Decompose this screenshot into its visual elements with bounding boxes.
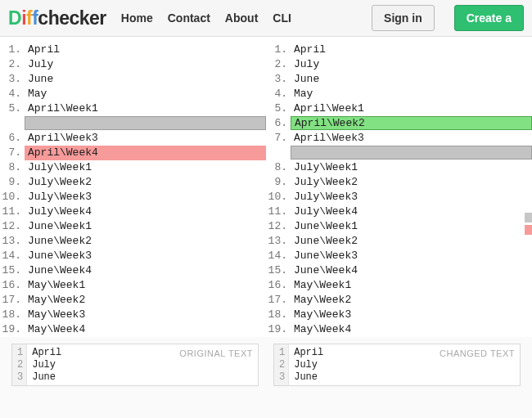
logo[interactable]: Diffchecker <box>8 7 106 29</box>
diff-line[interactable]: 3.June <box>266 72 532 87</box>
line-number: 13. <box>266 234 291 249</box>
diff-line[interactable]: 13.June\Week2 <box>266 234 532 249</box>
diff-line[interactable]: 3.June <box>0 72 266 87</box>
line-number: 1. <box>0 43 25 57</box>
diff-line[interactable]: 7.April\Week3 <box>266 131 532 146</box>
diff-line[interactable]: 7.April\Week4 <box>0 146 266 160</box>
diff-line[interactable]: 9.July\Week2 <box>266 175 532 190</box>
diff-line[interactable]: 9.July\Week2 <box>0 175 266 190</box>
line-number: 6. <box>0 131 25 146</box>
line-number: 11. <box>266 205 291 219</box>
line-number: 12. <box>0 219 25 234</box>
diff-line[interactable] <box>0 116 266 131</box>
diff-line[interactable]: 1.April <box>0 43 266 57</box>
diff-line[interactable]: 15.June\Week4 <box>266 263 532 278</box>
original-textarea[interactable]: 123 AprilJulyJune ORIGINAL TEXT <box>11 344 259 386</box>
line-text: April <box>291 43 532 57</box>
diff-line[interactable]: 12.June\Week1 <box>0 219 266 234</box>
line-text: July\Week2 <box>291 175 532 190</box>
changed-pane[interactable]: 1.April2.July3.June4.May5.April\Week16.A… <box>266 43 532 337</box>
changed-textarea[interactable]: 123 AprilJulyJune CHANGED TEXT <box>273 344 521 386</box>
line-text: June\Week4 <box>25 263 266 278</box>
nav-contact[interactable]: Contact <box>168 11 210 25</box>
diff-line[interactable]: 15.June\Week4 <box>0 263 266 278</box>
line-text: July\Week2 <box>25 175 266 190</box>
line-text: July\Week1 <box>25 160 266 175</box>
header-bar: Diffchecker Home Contact About CLI Sign … <box>0 0 532 37</box>
nav-about[interactable]: About <box>225 11 258 25</box>
diff-line[interactable]: 2.July <box>266 57 532 72</box>
diff-line[interactable]: 10.July\Week3 <box>266 190 532 205</box>
line-text: April\Week4 <box>25 146 266 160</box>
line-text: April\Week3 <box>25 131 266 146</box>
diff-line[interactable]: 16.May\Week1 <box>0 278 266 293</box>
line-number: 10. <box>0 190 25 205</box>
original-content[interactable]: AprilJulyJune <box>27 344 66 385</box>
diff-line[interactable]: 6.April\Week2 <box>266 116 532 131</box>
line-text: June\Week3 <box>25 249 266 263</box>
diff-line[interactable]: 19.May\Week4 <box>0 322 266 337</box>
changed-label: CHANGED TEXT <box>440 348 515 358</box>
diff-line[interactable]: 18.May\Week3 <box>0 308 266 322</box>
line-number: 10. <box>266 190 291 205</box>
line-number: 2. <box>0 57 25 72</box>
sign-in-button[interactable]: Sign in <box>372 5 435 31</box>
line-number: 8. <box>266 160 291 175</box>
input-area: 123 AprilJulyJune ORIGINAL TEXT 123 Apri… <box>0 337 532 386</box>
diff-line[interactable]: 13.June\Week2 <box>0 234 266 249</box>
diff-line[interactable]: 11.July\Week4 <box>266 205 532 219</box>
diff-line[interactable]: 17.May\Week2 <box>266 293 532 308</box>
diff-line[interactable]: 1.April <box>266 43 532 57</box>
diff-line[interactable]: 16.May\Week1 <box>266 278 532 293</box>
line-text: June <box>291 72 532 87</box>
line-number <box>266 146 291 160</box>
line-number: 18. <box>266 308 291 322</box>
line-text: June\Week1 <box>25 219 266 234</box>
diff-line[interactable]: 8.July\Week1 <box>266 160 532 175</box>
line-number: 16. <box>0 278 25 293</box>
line-text: May\Week4 <box>25 322 266 337</box>
original-pane[interactable]: 1.April2.July3.June4.May5.April\Week16.A… <box>0 43 266 337</box>
line-number: 2. <box>266 57 291 72</box>
nav-home[interactable]: Home <box>121 11 153 25</box>
diff-line[interactable]: 5.April\Week1 <box>266 101 532 116</box>
diff-line[interactable] <box>266 146 532 160</box>
line-text: May\Week1 <box>291 278 532 293</box>
line-text: June\Week2 <box>291 234 532 249</box>
diff-line[interactable]: 17.May\Week2 <box>0 293 266 308</box>
original-label: ORIGINAL TEXT <box>179 348 253 358</box>
diff-line[interactable]: 4.May <box>0 87 266 101</box>
line-number: 19. <box>0 322 25 337</box>
create-button[interactable]: Create a <box>454 5 524 31</box>
line-text: May\Week1 <box>25 278 266 293</box>
line-number: 15. <box>0 263 25 278</box>
nav-cli[interactable]: CLI <box>273 11 291 25</box>
diff-line[interactable]: 4.May <box>266 87 532 101</box>
line-text: May\Week3 <box>291 308 532 322</box>
diff-line[interactable]: 8.July\Week1 <box>0 160 266 175</box>
line-text: May\Week3 <box>25 308 266 322</box>
original-gutter: 123 <box>12 344 27 385</box>
line-text: July\Week3 <box>291 190 532 205</box>
diff-line[interactable]: 14.June\Week3 <box>266 249 532 263</box>
line-number: 9. <box>266 175 291 190</box>
line-number: 4. <box>266 87 291 101</box>
diff-line[interactable]: 12.June\Week1 <box>266 219 532 234</box>
diff-line[interactable]: 11.July\Week4 <box>0 205 266 219</box>
diff-line[interactable]: 5.April\Week1 <box>0 101 266 116</box>
line-number: 5. <box>266 101 291 116</box>
diff-line[interactable]: 19.May\Week4 <box>266 322 532 337</box>
changed-content[interactable]: AprilJulyJune <box>289 344 328 385</box>
diff-line[interactable]: 10.July\Week3 <box>0 190 266 205</box>
line-text: June\Week2 <box>25 234 266 249</box>
line-number: 13. <box>0 234 25 249</box>
line-text: July\Week3 <box>25 190 266 205</box>
line-text <box>25 116 266 130</box>
diff-line[interactable]: 18.May\Week3 <box>266 308 532 322</box>
diff-line[interactable]: 6.April\Week3 <box>0 131 266 146</box>
line-text: May\Week2 <box>291 293 532 308</box>
diff-line[interactable]: 2.July <box>0 57 266 72</box>
line-text: May <box>25 87 266 101</box>
diff-minimap[interactable] <box>525 213 532 237</box>
diff-line[interactable]: 14.June\Week3 <box>0 249 266 263</box>
